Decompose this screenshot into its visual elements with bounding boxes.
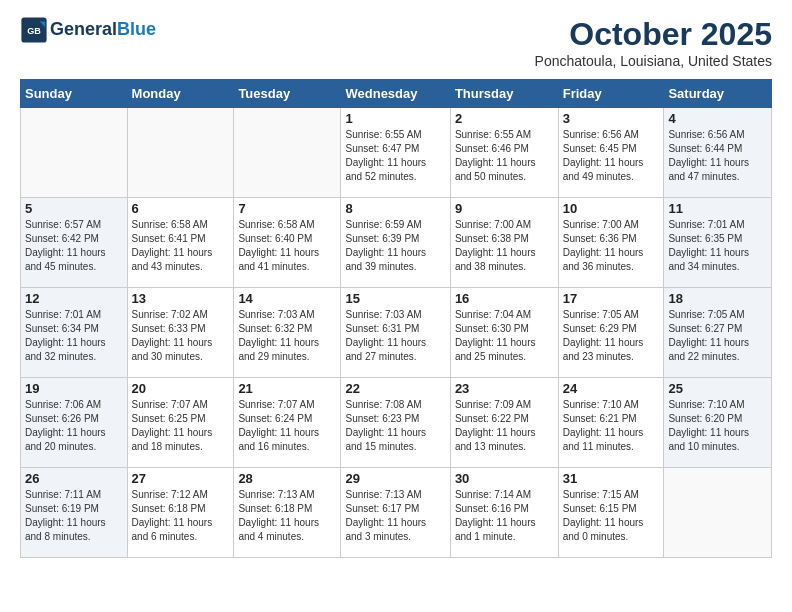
list-item: 20Sunrise: 7:07 AMSunset: 6:25 PMDayligh… — [127, 378, 234, 468]
day-info: Sunrise: 7:13 AMSunset: 6:18 PMDaylight:… — [238, 488, 336, 544]
list-item — [21, 108, 128, 198]
day-number: 28 — [238, 471, 336, 486]
header: GB GeneralBlue October 2025 Ponchatoula,… — [20, 16, 772, 69]
list-item: 7Sunrise: 6:58 AMSunset: 6:40 PMDaylight… — [234, 198, 341, 288]
day-number: 8 — [345, 201, 445, 216]
list-item: 9Sunrise: 7:00 AMSunset: 6:38 PMDaylight… — [450, 198, 558, 288]
list-item: 11Sunrise: 7:01 AMSunset: 6:35 PMDayligh… — [664, 198, 772, 288]
list-item: 8Sunrise: 6:59 AMSunset: 6:39 PMDaylight… — [341, 198, 450, 288]
calendar-body: 1Sunrise: 6:55 AMSunset: 6:47 PMDaylight… — [21, 108, 772, 558]
day-info: Sunrise: 7:01 AMSunset: 6:34 PMDaylight:… — [25, 308, 123, 364]
list-item: 13Sunrise: 7:02 AMSunset: 6:33 PMDayligh… — [127, 288, 234, 378]
day-info: Sunrise: 7:03 AMSunset: 6:32 PMDaylight:… — [238, 308, 336, 364]
list-item: 24Sunrise: 7:10 AMSunset: 6:21 PMDayligh… — [558, 378, 664, 468]
day-number: 1 — [345, 111, 445, 126]
day-number: 25 — [668, 381, 767, 396]
day-info: Sunrise: 7:00 AMSunset: 6:36 PMDaylight:… — [563, 218, 660, 274]
day-number: 15 — [345, 291, 445, 306]
day-info: Sunrise: 7:06 AMSunset: 6:26 PMDaylight:… — [25, 398, 123, 454]
day-number: 19 — [25, 381, 123, 396]
day-number: 22 — [345, 381, 445, 396]
list-item: 29Sunrise: 7:13 AMSunset: 6:17 PMDayligh… — [341, 468, 450, 558]
day-number: 11 — [668, 201, 767, 216]
day-info: Sunrise: 7:09 AMSunset: 6:22 PMDaylight:… — [455, 398, 554, 454]
list-item: 30Sunrise: 7:14 AMSunset: 6:16 PMDayligh… — [450, 468, 558, 558]
day-info: Sunrise: 6:59 AMSunset: 6:39 PMDaylight:… — [345, 218, 445, 274]
table-row: 19Sunrise: 7:06 AMSunset: 6:26 PMDayligh… — [21, 378, 772, 468]
calendar-table: Sunday Monday Tuesday Wednesday Thursday… — [20, 79, 772, 558]
calendar-page: GB GeneralBlue October 2025 Ponchatoula,… — [0, 0, 792, 574]
day-number: 23 — [455, 381, 554, 396]
day-number: 14 — [238, 291, 336, 306]
svg-text:GB: GB — [27, 26, 41, 36]
day-info: Sunrise: 7:04 AMSunset: 6:30 PMDaylight:… — [455, 308, 554, 364]
list-item: 18Sunrise: 7:05 AMSunset: 6:27 PMDayligh… — [664, 288, 772, 378]
day-number: 7 — [238, 201, 336, 216]
list-item — [127, 108, 234, 198]
logo-text: GeneralBlue — [50, 20, 156, 40]
day-number: 26 — [25, 471, 123, 486]
list-item: 22Sunrise: 7:08 AMSunset: 6:23 PMDayligh… — [341, 378, 450, 468]
day-number: 29 — [345, 471, 445, 486]
list-item: 4Sunrise: 6:56 AMSunset: 6:44 PMDaylight… — [664, 108, 772, 198]
day-info: Sunrise: 7:13 AMSunset: 6:17 PMDaylight:… — [345, 488, 445, 544]
table-row: 12Sunrise: 7:01 AMSunset: 6:34 PMDayligh… — [21, 288, 772, 378]
list-item: 28Sunrise: 7:13 AMSunset: 6:18 PMDayligh… — [234, 468, 341, 558]
day-number: 16 — [455, 291, 554, 306]
logo: GB GeneralBlue — [20, 16, 156, 44]
list-item: 25Sunrise: 7:10 AMSunset: 6:20 PMDayligh… — [664, 378, 772, 468]
list-item: 5Sunrise: 6:57 AMSunset: 6:42 PMDaylight… — [21, 198, 128, 288]
list-item: 2Sunrise: 6:55 AMSunset: 6:46 PMDaylight… — [450, 108, 558, 198]
table-row: 5Sunrise: 6:57 AMSunset: 6:42 PMDaylight… — [21, 198, 772, 288]
day-info: Sunrise: 7:12 AMSunset: 6:18 PMDaylight:… — [132, 488, 230, 544]
day-number: 5 — [25, 201, 123, 216]
day-info: Sunrise: 7:14 AMSunset: 6:16 PMDaylight:… — [455, 488, 554, 544]
calendar-header-row: Sunday Monday Tuesday Wednesday Thursday… — [21, 80, 772, 108]
list-item: 27Sunrise: 7:12 AMSunset: 6:18 PMDayligh… — [127, 468, 234, 558]
day-info: Sunrise: 7:05 AMSunset: 6:29 PMDaylight:… — [563, 308, 660, 364]
day-info: Sunrise: 6:56 AMSunset: 6:44 PMDaylight:… — [668, 128, 767, 184]
logo-icon: GB — [20, 16, 48, 44]
logo-general: General — [50, 19, 117, 39]
day-info: Sunrise: 7:11 AMSunset: 6:19 PMDaylight:… — [25, 488, 123, 544]
day-number: 4 — [668, 111, 767, 126]
day-number: 20 — [132, 381, 230, 396]
logo-blue-text: Blue — [117, 19, 156, 39]
col-friday: Friday — [558, 80, 664, 108]
day-number: 18 — [668, 291, 767, 306]
list-item: 14Sunrise: 7:03 AMSunset: 6:32 PMDayligh… — [234, 288, 341, 378]
location: Ponchatoula, Louisiana, United States — [535, 53, 772, 69]
day-info: Sunrise: 7:10 AMSunset: 6:20 PMDaylight:… — [668, 398, 767, 454]
day-info: Sunrise: 7:00 AMSunset: 6:38 PMDaylight:… — [455, 218, 554, 274]
month-title: October 2025 — [535, 16, 772, 53]
col-saturday: Saturday — [664, 80, 772, 108]
day-number: 9 — [455, 201, 554, 216]
col-sunday: Sunday — [21, 80, 128, 108]
title-area: October 2025 Ponchatoula, Louisiana, Uni… — [535, 16, 772, 69]
table-row: 1Sunrise: 6:55 AMSunset: 6:47 PMDaylight… — [21, 108, 772, 198]
day-info: Sunrise: 7:15 AMSunset: 6:15 PMDaylight:… — [563, 488, 660, 544]
day-number: 3 — [563, 111, 660, 126]
list-item: 21Sunrise: 7:07 AMSunset: 6:24 PMDayligh… — [234, 378, 341, 468]
day-info: Sunrise: 7:01 AMSunset: 6:35 PMDaylight:… — [668, 218, 767, 274]
list-item: 23Sunrise: 7:09 AMSunset: 6:22 PMDayligh… — [450, 378, 558, 468]
day-number: 24 — [563, 381, 660, 396]
day-number: 13 — [132, 291, 230, 306]
list-item — [664, 468, 772, 558]
col-thursday: Thursday — [450, 80, 558, 108]
day-info: Sunrise: 6:55 AMSunset: 6:46 PMDaylight:… — [455, 128, 554, 184]
day-number: 31 — [563, 471, 660, 486]
list-item: 26Sunrise: 7:11 AMSunset: 6:19 PMDayligh… — [21, 468, 128, 558]
list-item: 17Sunrise: 7:05 AMSunset: 6:29 PMDayligh… — [558, 288, 664, 378]
day-info: Sunrise: 7:03 AMSunset: 6:31 PMDaylight:… — [345, 308, 445, 364]
list-item: 3Sunrise: 6:56 AMSunset: 6:45 PMDaylight… — [558, 108, 664, 198]
day-number: 27 — [132, 471, 230, 486]
day-number: 10 — [563, 201, 660, 216]
day-info: Sunrise: 6:55 AMSunset: 6:47 PMDaylight:… — [345, 128, 445, 184]
day-info: Sunrise: 7:07 AMSunset: 6:25 PMDaylight:… — [132, 398, 230, 454]
day-number: 6 — [132, 201, 230, 216]
list-item: 12Sunrise: 7:01 AMSunset: 6:34 PMDayligh… — [21, 288, 128, 378]
day-info: Sunrise: 6:58 AMSunset: 6:40 PMDaylight:… — [238, 218, 336, 274]
list-item: 19Sunrise: 7:06 AMSunset: 6:26 PMDayligh… — [21, 378, 128, 468]
list-item — [234, 108, 341, 198]
